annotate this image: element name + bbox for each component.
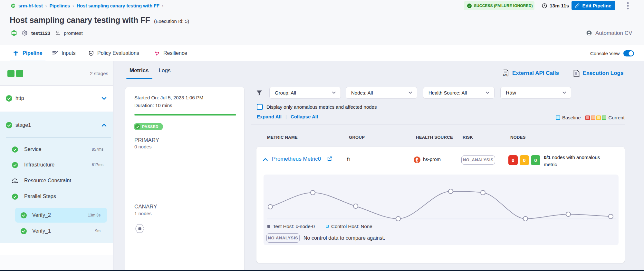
- svg-text:API: API: [503, 74, 507, 76]
